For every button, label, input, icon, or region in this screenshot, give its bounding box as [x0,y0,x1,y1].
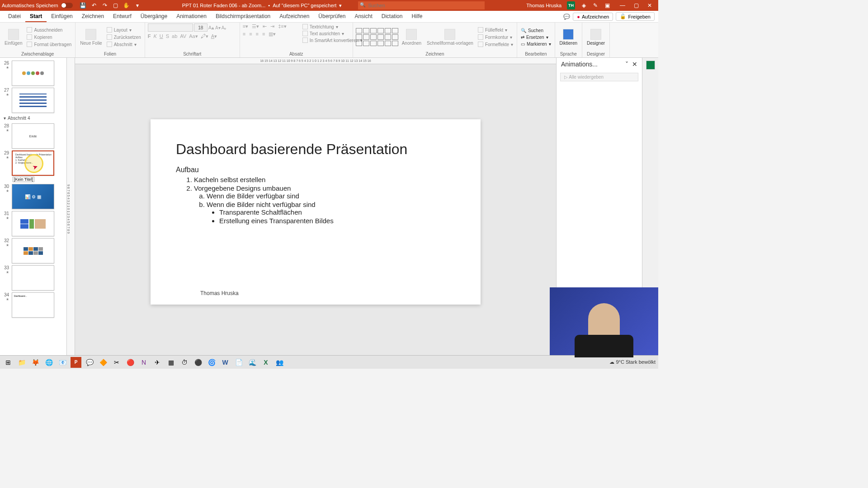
animation-pane-icon[interactable] [646,61,655,70]
slide-canvas[interactable]: Dashboard basierende Präsentation Aufbau… [151,119,481,305]
dictate-button[interactable]: Diktieren [558,28,579,47]
tab-uebergaenge[interactable]: Übergänge [136,11,172,22]
section-button[interactable]: Abschnitt▾ [106,41,142,47]
onenote-icon[interactable]: N [138,357,149,368]
vlc-icon[interactable]: 🔶 [98,357,108,368]
weather-widget[interactable]: ☁ 9°C Stark bewölkt [609,359,656,365]
chevron-down-icon[interactable]: ▾ [339,3,342,9]
find-button[interactable]: 🔍Suchen [520,28,552,33]
telegram-icon[interactable]: ✈ [152,357,163,368]
slide-thumb-26[interactable] [12,61,54,86]
slide-thumb-27[interactable] [12,88,54,113]
slide-thumb-28[interactable]: Ende [12,123,54,149]
fill-button[interactable]: Fülleffekt▾ [477,27,514,33]
group-drawing: Anordnen Schnellformat-vorlagen Fülleffe… [353,23,517,57]
section-header[interactable]: ▾ Abschnitt 4 [0,114,66,122]
app3-icon[interactable]: ▦ [165,357,176,368]
tab-dictation[interactable]: Dictation [377,11,407,22]
paste-button[interactable]: Einfügen [3,28,24,47]
app2-icon[interactable]: 🔴 [125,357,136,368]
layout-button[interactable]: Layout▾ [106,27,142,33]
record-button[interactable]: ●Aufzeichnen [573,13,613,21]
select-button[interactable]: ▭Markieren▾ [520,41,552,47]
chrome-icon[interactable]: 🌐 [43,357,54,368]
cut-button[interactable]: Ausschneiden [26,27,72,33]
user-name[interactable]: Thomas Hruska [526,3,561,8]
tab-animationen[interactable]: Animationen [172,11,211,22]
tab-hilfe[interactable]: Hilfe [407,11,427,22]
smartart-button: In SmartArt konvertieren▾ [302,37,363,43]
app6-icon[interactable]: 📄 [233,357,244,368]
slide-subtitle[interactable]: Aufbau [176,166,455,174]
teams-icon[interactable]: 👥 [274,357,285,368]
replace-button[interactable]: ⇄Ersetzen▾ [520,34,552,40]
quick-styles-button[interactable]: Schnellformat-vorlagen [425,28,475,47]
redo-icon[interactable]: ↷ [102,2,108,9]
app-icon[interactable]: 💬 [84,357,95,368]
tab-start[interactable]: Start [25,11,47,22]
minimize-button[interactable]: — [616,2,629,9]
tab-zeichnen[interactable]: Zeichnen [77,11,108,22]
diamond-icon[interactable]: ◈ [580,2,587,9]
chevron-down-icon[interactable]: ˅ [625,61,628,68]
designer-button[interactable]: Designer [585,28,607,47]
comments-icon[interactable]: 💬 [563,14,570,20]
more-icon[interactable]: ▾ [134,2,141,9]
reset-button[interactable]: Zurücksetzen [106,34,142,40]
slideshow-icon[interactable]: ▢ [113,2,119,9]
tab-entwurf[interactable]: Entwurf [108,11,136,22]
excel-icon[interactable]: X [260,357,271,368]
word-icon[interactable]: W [220,357,231,368]
slide-title[interactable]: Dashboard basierende Präsentation [176,141,455,158]
touch-icon[interactable]: ✋ [123,2,130,9]
ruler-vertical: 9 8 7 6 5 4 3 2 1 0 1 2 3 4 5 6 7 8 9 [67,58,75,360]
slide-thumb-30[interactable]: 📊 ⚙ ▦ [12,184,54,209]
app5-icon[interactable]: 🌀 [206,357,217,368]
close-pane-icon[interactable]: ✕ [632,61,637,68]
window-icon[interactable]: ▣ [604,2,610,9]
explorer-icon[interactable]: 📁 [16,357,27,368]
outlook-icon[interactable]: 📧 [57,357,68,368]
app4-icon[interactable]: ⏱ [179,357,190,368]
firefox-icon[interactable]: 🦊 [30,357,41,368]
edge-icon[interactable]: 🌊 [247,357,258,368]
obs-icon[interactable]: ⚫ [193,357,203,368]
user-avatar[interactable]: TH [567,1,575,9]
snip-icon[interactable]: ✂ [111,357,122,368]
slide-thumb-31[interactable] [12,211,54,236]
save-icon[interactable]: 💾 [80,2,86,9]
slide-list[interactable]: Kacheln selbst erstellen Vorgegebene Des… [194,176,455,225]
align-left-icon: ≡ [243,31,245,37]
save-location[interactable]: Auf "diesem PC" gespeichert [273,3,336,8]
toggle-switch[interactable] [61,3,73,8]
start-icon[interactable]: ⊞ [3,357,14,368]
slide-footer[interactable]: Thomas Hruska [200,290,239,296]
tab-ueberpruefen[interactable]: Überprüfen [314,11,350,22]
slide-thumb-33[interactable] [12,265,54,291]
effects-button[interactable]: Formeffekte▾ [477,41,514,47]
play-all-button[interactable]: ▷ Alle wiedergeben [560,73,638,81]
format-painter-button[interactable]: Format übertragen [26,41,72,47]
outline-button[interactable]: Formkontur▾ [477,34,514,40]
new-slide-button[interactable]: Neue Folie [78,28,104,47]
slide-thumb-34[interactable]: Dashboard... [12,292,54,318]
tab-ansicht[interactable]: Ansicht [350,11,377,22]
close-button[interactable]: ✕ [643,2,656,9]
copy-button[interactable]: Kopieren [26,34,72,40]
tab-aufzeichnen[interactable]: Aufzeichnen [275,11,314,22]
undo-icon[interactable]: ↶ [91,2,97,9]
share-button[interactable]: 🔓Freigeben [616,12,655,21]
tab-datei[interactable]: Datei [4,11,25,22]
columns-icon: ▥▾ [269,31,276,37]
maximize-button[interactable]: ▢ [629,2,643,9]
powerpoint-icon[interactable]: P [71,357,81,368]
autosave-toggle[interactable]: Automatisches Speichern [2,3,73,8]
slide-thumb-32[interactable] [12,238,54,263]
search-input[interactable] [358,1,485,9]
slide-thumbnail-panel[interactable]: 26★ 27★ ▾ Abschnitt 4 28★Ende 29★ Dashbo… [0,58,67,360]
arrange-button[interactable]: Anordnen [400,28,423,47]
tab-bildschirm[interactable]: Bildschirmpräsentation [211,11,275,22]
pen-icon[interactable]: ✎ [592,2,599,9]
tab-einfuegen[interactable]: Einfügen [47,11,77,22]
document-title[interactable]: PPT 01 Roter Faden 006 - ab Zoom... [182,3,265,8]
